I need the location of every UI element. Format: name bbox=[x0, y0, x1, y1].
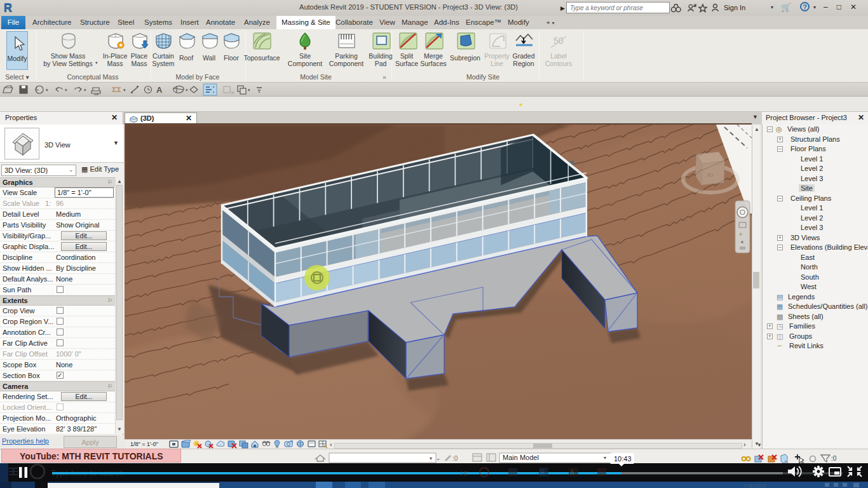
svg-text:▾: ▾ bbox=[248, 88, 250, 92]
svg-text:7/11/2019: 7/11/2019 bbox=[743, 483, 766, 488]
svg-text::0: :0 bbox=[452, 455, 458, 462]
svg-text::0: :0 bbox=[831, 455, 837, 462]
svg-text:▾: ▾ bbox=[123, 88, 126, 92]
svg-text:▾: ▾ bbox=[604, 455, 606, 461]
svg-text:▾: ▾ bbox=[430, 456, 432, 461]
svg-text:R: R bbox=[540, 469, 545, 476]
svg-text:▾: ▾ bbox=[46, 88, 48, 92]
svg-text:3D: 3D bbox=[707, 172, 713, 178]
svg-text:HI: HI bbox=[461, 470, 468, 477]
svg-text:‹: ‹ bbox=[330, 440, 332, 448]
svg-text:⌄: ⌄ bbox=[436, 455, 441, 461]
svg-text:+: + bbox=[739, 231, 742, 238]
svg-text:A: A bbox=[156, 85, 163, 95]
svg-text:A: A bbox=[570, 469, 574, 476]
svg-text:▾: ▾ bbox=[65, 88, 67, 92]
svg-text:▾: ▾ bbox=[186, 88, 188, 92]
svg-text:▾: ▾ bbox=[84, 88, 86, 92]
svg-text:Main Model: Main Model bbox=[503, 454, 539, 461]
